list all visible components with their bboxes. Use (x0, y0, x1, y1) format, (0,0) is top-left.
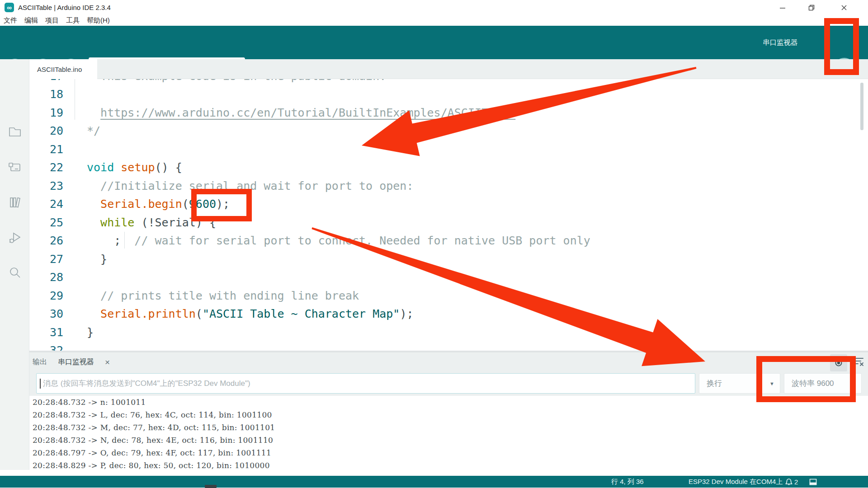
editor-scrollbar[interactable] (860, 83, 863, 130)
menu-item[interactable]: 项目 (45, 16, 59, 25)
line-number: 27 (29, 253, 63, 266)
tab-output[interactable]: 输出 (33, 357, 47, 367)
bell-icon (785, 478, 793, 486)
menu-item[interactable]: 编辑 (24, 16, 38, 25)
menu-item[interactable]: 工具 (66, 16, 80, 25)
code-line[interactable]: 18 (29, 85, 868, 104)
minimize-button[interactable] (772, 0, 793, 15)
search-icon[interactable] (8, 266, 22, 280)
line-number: 32 (29, 344, 63, 351)
menu-bar: 文件编辑项目工具帮助(H) (0, 15, 868, 26)
line-number: 30 (29, 307, 63, 320)
menu-item[interactable]: 文件 (4, 16, 17, 25)
code-line[interactable]: 21 (29, 140, 868, 159)
code-line[interactable]: 32 (29, 342, 868, 351)
bottom-panel-tabs: 输出 串口监视器 × (29, 352, 868, 372)
code-line[interactable]: 20*/ (29, 122, 868, 141)
line-number: 20 (29, 124, 63, 137)
window-title: ASCIITable | Arduino IDE 2.3.4 (18, 0, 111, 15)
tab-close-icon[interactable]: × (105, 357, 110, 367)
annotation-box-serial-monitor-button (824, 18, 859, 75)
notification-count: 2 (794, 478, 798, 486)
toggle-panel-button[interactable] (809, 479, 817, 487)
serial-message-input[interactable]: 消息 (按回车将消息发送到"COM4"上的"ESP32 Dev Module") (36, 373, 695, 394)
taskbar-peek (205, 485, 217, 488)
title-bar: ∞ ASCIITable | Arduino IDE 2.3.4 (0, 0, 868, 15)
line-ending-value: 换行 (707, 378, 722, 389)
serial-output-line: 20:28:48.732 -> n: 1001011 (33, 396, 868, 408)
boards-manager-icon[interactable] (8, 160, 22, 174)
cursor-position: 行 4, 列 36 (611, 478, 644, 486)
editor-tab-bar: ASCIITable.ino (29, 59, 868, 79)
line-number: 24 (29, 197, 63, 211)
tab-serial-monitor[interactable]: 串口监视器 (58, 357, 94, 367)
line-number: 21 (29, 143, 63, 156)
arduino-logo-icon: ∞ (5, 3, 14, 12)
toolbar: ψ ESP32 Dev Module ▼ 串口监视器 (0, 26, 868, 59)
serial-output-line: 20:28:48.829 -> P, dec: 80, hex: 50, oct… (33, 459, 868, 470)
sketchbook-folder-icon[interactable] (8, 125, 22, 139)
tab-asciitable-ino[interactable]: ASCIITable.ino (29, 59, 97, 79)
code-editor[interactable]: 17 This example code is in the public do… (29, 79, 868, 351)
line-number: 26 (29, 234, 63, 247)
minimize-icon (779, 5, 786, 11)
annotation-box-baud-rate (756, 356, 856, 402)
serial-output-area[interactable]: 20:28:48.732 -> n: 100101120:28:48.732 -… (30, 396, 868, 470)
code-line[interactable]: 27 } (29, 250, 868, 268)
line-number: 17 (29, 79, 63, 83)
close-icon (841, 5, 847, 11)
code-line[interactable]: 23 //Initialize serial and wait for port… (29, 177, 868, 195)
line-number: 19 (29, 106, 63, 119)
restore-button[interactable] (801, 0, 822, 15)
code-line[interactable]: 19 https://www.arduino.cc/en/Tutorial/Bu… (29, 103, 868, 122)
serial-output-line: 20:28:48.732 -> M, dec: 77, hex: 4D, oct… (33, 421, 868, 434)
activity-sidebar (0, 59, 29, 476)
annotation-box-9600 (191, 189, 252, 221)
arduino-ide-window: ∞ ASCIITable | Arduino IDE 2.3.4 文件编辑项目工… (0, 0, 868, 488)
tab-label: ASCIITable.ino (37, 66, 82, 73)
notifications-button[interactable] (785, 478, 793, 487)
line-number: 28 (29, 271, 63, 284)
line-number: 31 (29, 326, 63, 339)
status-bar: 行 4, 列 36 ESP32 Dev Module 在COM4上 2 (0, 476, 868, 488)
panel-icon (809, 479, 817, 485)
serial-monitor-label[interactable]: 串口监视器 (763, 26, 798, 59)
message-placeholder: 消息 (按回车将消息发送到"COM4"上的"ESP32 Dev Module") (43, 378, 250, 389)
serial-input-row: 消息 (按回车将消息发送到"COM4"上的"ESP32 Dev Module")… (29, 372, 868, 396)
code-line[interactable]: 29 // prints title with ending line brea… (29, 286, 868, 305)
library-manager-icon[interactable] (8, 195, 22, 210)
code-line[interactable]: 28 (29, 268, 868, 287)
menu-item[interactable]: 帮助(H) (87, 16, 110, 25)
board-port-status[interactable]: ESP32 Dev Module 在COM4上 (689, 478, 783, 486)
code-line[interactable]: 17 This example code is in the public do… (29, 79, 868, 85)
code-line[interactable]: 31} (29, 323, 868, 342)
line-number: 22 (29, 161, 63, 174)
line-number: 18 (29, 88, 63, 101)
text-cursor (40, 379, 41, 389)
code-line[interactable]: 22void setup() { (29, 159, 868, 177)
code-line[interactable]: 26 ; // wait for serial port to connect.… (29, 232, 868, 250)
serial-output-line: 20:28:48.797 -> O, dec: 79, hex: 4F, oct… (33, 446, 868, 459)
code-line[interactable]: 25 while (!Serial) { (29, 213, 868, 232)
close-button[interactable] (834, 0, 854, 15)
serial-output-line: 20:28:48.732 -> N, dec: 78, hex: 4E, oct… (33, 434, 868, 446)
debug-sidebar-icon[interactable] (8, 230, 22, 245)
serial-output-line: 20:28:48.732 -> L, dec: 76, hex: 4C, oct… (33, 408, 868, 421)
line-number: 23 (29, 179, 63, 192)
restore-icon (808, 5, 815, 11)
code-line[interactable]: 30 Serial.println("ASCII Table ~ Charact… (29, 305, 868, 324)
line-number: 29 (29, 289, 63, 302)
code-line[interactable]: 24 Serial.begin(9600); (29, 195, 868, 214)
line-number: 25 (29, 216, 63, 229)
